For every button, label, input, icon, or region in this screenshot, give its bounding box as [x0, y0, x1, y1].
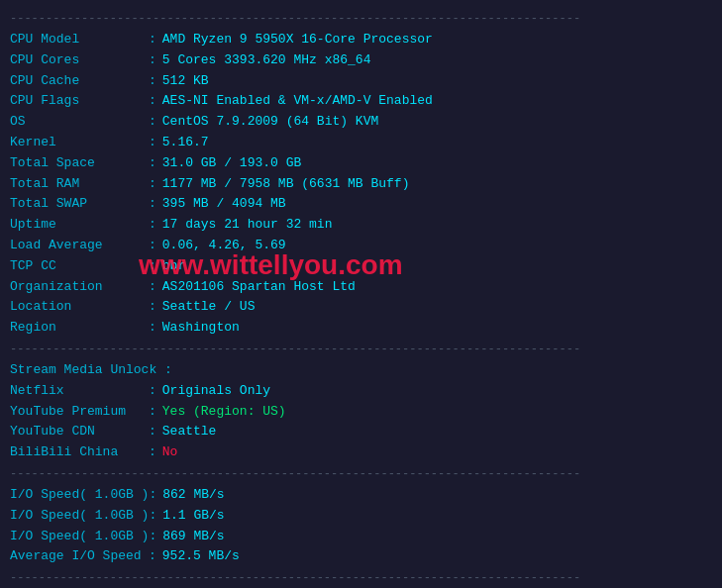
io-speed-3-value: 869 MB/s — [162, 527, 224, 547]
colon: : — [149, 30, 156, 50]
colon: : — [149, 133, 156, 153]
region-row: Region : Washington — [10, 318, 712, 339]
stream-title-row: Stream Media Unlock : — [10, 360, 712, 381]
location-value: Seattle / US — [162, 297, 256, 318]
bilibili-row: BiliBili China : No — [10, 442, 712, 463]
top-divider: ----------------------------------------… — [10, 12, 712, 26]
netflix-row: Netflix : Originals Only — [10, 381, 712, 402]
cpu-model-label: CPU Model — [10, 30, 149, 50]
colon: : — [149, 546, 156, 567]
colon: : — [149, 402, 156, 423]
colon: : — [149, 506, 156, 527]
youtube-cdn-label: YouTube CDN — [10, 422, 149, 442]
colon: : — [149, 422, 156, 442]
total-ram-row: Total RAM : 1177 MB / 7958 MB (6631 MB B… — [10, 174, 712, 195]
total-ram-label: Total RAM — [10, 174, 149, 195]
os-label: OS — [10, 112, 149, 133]
tcp-cc-label: TCP CC — [10, 256, 149, 277]
total-space-value: 31.0 GB / 193.0 GB — [162, 153, 301, 174]
cpu-cores-value: 5 Cores 3393.620 MHz x86_64 — [162, 50, 371, 71]
region-value: Washington — [162, 318, 240, 339]
cpu-cores-row: CPU Cores : 5 Cores 3393.620 MHz x86_64 — [10, 50, 712, 71]
cpu-cache-label: CPU Cache — [10, 71, 149, 92]
colon: : — [149, 174, 156, 195]
divider-2: ----------------------------------------… — [10, 343, 712, 356]
uptime-value: 17 days 21 hour 32 min — [162, 215, 333, 236]
cpu-flags-label: CPU Flags — [10, 91, 149, 112]
cpu-cache-value: 512 KB — [162, 71, 209, 92]
cpu-model-row: CPU Model : AMD Ryzen 9 5950X 16-Core Pr… — [10, 30, 712, 50]
region-label: Region — [10, 318, 149, 339]
colon: : — [149, 215, 156, 236]
total-ram-value: 1177 MB / 7958 MB (6631 MB Buff) — [162, 174, 410, 195]
avg-io-row: Average I/O Speed : 952.5 MB/s — [10, 546, 712, 567]
load-average-value: 0.06, 4.26, 5.69 — [162, 236, 286, 256]
io-section: I/O Speed( 1.0GB ) : 862 MB/s I/O Speed(… — [10, 485, 712, 567]
cpu-cores-label: CPU Cores — [10, 50, 149, 71]
total-space-label: Total Space — [10, 153, 149, 174]
load-average-label: Load Average — [10, 236, 149, 256]
colon: : — [149, 236, 156, 256]
uptime-row: Uptime : 17 days 21 hour 32 min — [10, 215, 712, 236]
netflix-value: Originals Only — [162, 381, 270, 402]
colon: : — [149, 50, 156, 71]
main-container: ----------------------------------------… — [10, 12, 712, 588]
io-speed-1-row: I/O Speed( 1.0GB ) : 862 MB/s — [10, 485, 712, 506]
bilibili-label: BiliBili China — [10, 442, 149, 463]
cpu-cache-row: CPU Cache : 512 KB — [10, 71, 712, 92]
colon: : — [149, 153, 156, 174]
divider-4: ----------------------------------------… — [10, 571, 712, 585]
io-speed-3-label: I/O Speed( 1.0GB ) — [10, 527, 149, 547]
youtube-cdn-row: YouTube CDN : Seattle — [10, 422, 712, 442]
bilibili-value: No — [162, 442, 178, 463]
io-speed-2-label: I/O Speed( 1.0GB ) — [10, 506, 149, 527]
colon: : — [149, 318, 156, 339]
organization-row: Organization : AS201106 Spartan Host Ltd — [10, 277, 712, 298]
colon: : — [149, 485, 156, 506]
os-row: OS : CentOS 7.9.2009 (64 Bit) KVM — [10, 112, 712, 133]
io-speed-2-row: I/O Speed( 1.0GB ) : 1.1 GB/s — [10, 506, 712, 527]
colon: : — [149, 297, 156, 318]
io-speed-3-row: I/O Speed( 1.0GB ) : 869 MB/s — [10, 527, 712, 547]
total-swap-label: Total SWAP — [10, 194, 149, 215]
cpu-flags-value: AES-NI Enabled & VM-x/AMD-V Enabled — [162, 91, 433, 112]
cpu-flags-row: CPU Flags : AES-NI Enabled & VM-x/AMD-V … — [10, 91, 712, 112]
youtube-cdn-value: Seattle — [162, 422, 217, 442]
colon: : — [149, 381, 156, 402]
kernel-label: Kernel — [10, 133, 149, 153]
uptime-label: Uptime — [10, 215, 149, 236]
total-swap-row: Total SWAP : 395 MB / 4094 MB — [10, 194, 712, 215]
kernel-value: 5.16.7 — [162, 133, 209, 153]
organization-label: Organization — [10, 277, 149, 298]
cpu-model-value: AMD Ryzen 9 5950X 16-Core Processor — [162, 30, 433, 50]
colon: : — [149, 256, 156, 277]
stream-section: Stream Media Unlock : Netflix : Original… — [10, 360, 712, 463]
avg-io-label: Average I/O Speed — [10, 546, 149, 567]
colon: : — [149, 91, 156, 112]
load-average-row: Load Average : 0.06, 4.26, 5.69 — [10, 236, 712, 256]
colon: : — [149, 71, 156, 92]
divider-3: ----------------------------------------… — [10, 467, 712, 481]
colon: : — [149, 277, 156, 298]
youtube-premium-row: YouTube Premium : Yes (Region: US) — [10, 402, 712, 423]
total-swap-value: 395 MB / 4094 MB — [162, 194, 286, 215]
colon: : — [149, 527, 156, 547]
colon: : — [149, 112, 156, 133]
colon: : — [149, 442, 156, 463]
netflix-label: Netflix — [10, 381, 149, 402]
total-space-row: Total Space : 31.0 GB / 193.0 GB — [10, 153, 712, 174]
organization-value: AS201106 Spartan Host Ltd — [162, 277, 356, 298]
youtube-premium-label: YouTube Premium — [10, 402, 149, 423]
location-label: Location — [10, 297, 149, 318]
io-speed-1-value: 862 MB/s — [162, 485, 224, 506]
tcp-cc-row: TCP CC : bbr — [10, 256, 712, 277]
avg-io-value: 952.5 MB/s — [162, 546, 240, 567]
os-value: CentOS 7.9.2009 (64 Bit) KVM — [162, 112, 378, 133]
io-speed-2-value: 1.1 GB/s — [162, 506, 224, 527]
location-row: Location : Seattle / US — [10, 297, 712, 318]
colon: : — [149, 194, 156, 215]
system-section: CPU Model : AMD Ryzen 9 5950X 16-Core Pr… — [10, 30, 712, 339]
io-speed-1-label: I/O Speed( 1.0GB ) — [10, 485, 149, 506]
stream-title: Stream Media Unlock : — [10, 360, 172, 381]
tcp-cc-value: bbr — [162, 256, 185, 277]
